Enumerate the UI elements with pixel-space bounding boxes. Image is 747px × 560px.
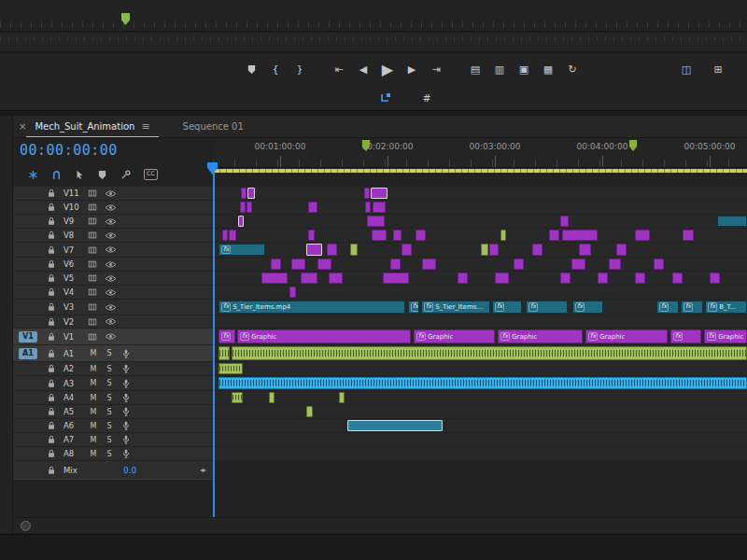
timeline-clip[interactable]: fxB_T... <box>705 301 747 314</box>
mute-button[interactable]: M <box>88 408 99 416</box>
tab-sequence-01[interactable]: Sequence 01 <box>183 121 244 132</box>
source-patch-a3[interactable] <box>19 378 37 389</box>
timeline-clip[interactable]: fx <box>218 244 265 256</box>
timeline-clip[interactable] <box>560 216 569 227</box>
timeline-clip[interactable]: fx <box>670 329 701 343</box>
track-name-v8[interactable]: V8 <box>63 231 86 240</box>
timeline-clip[interactable] <box>372 230 387 241</box>
toggle-track-output-icon[interactable] <box>105 189 117 198</box>
source-patch-v5[interactable] <box>19 273 37 284</box>
timeline-clip[interactable] <box>289 287 296 298</box>
source-patch-a5[interactable] <box>19 406 37 417</box>
sync-lock-icon[interactable] <box>88 231 97 240</box>
track-name-v2[interactable]: V2 <box>63 317 86 327</box>
timeline-clip[interactable] <box>458 273 468 284</box>
export-frame-button[interactable]: ▣ <box>512 61 536 79</box>
step-back-button[interactable]: ◀ <box>351 61 375 79</box>
toggle-track-output-icon[interactable] <box>105 203 117 212</box>
timeline-clip[interactable] <box>306 406 313 417</box>
track-name-v9[interactable]: V9 <box>63 217 86 226</box>
timeline-clip[interactable] <box>247 202 252 213</box>
timeline-clip[interactable]: fx <box>572 301 603 314</box>
timeline-clip[interactable] <box>232 346 747 360</box>
timeline-clip[interactable] <box>560 273 571 284</box>
source-patch-v2[interactable] <box>19 316 37 328</box>
timeline-clip[interactable] <box>222 230 228 241</box>
mark-out-button[interactable]: } <box>288 61 312 79</box>
timeline-clip[interactable] <box>371 188 388 199</box>
mute-button[interactable]: M <box>88 379 99 387</box>
toggle-track-output-icon[interactable] <box>105 245 117 254</box>
timeline-clip[interactable] <box>500 230 506 241</box>
timeline-clip[interactable] <box>367 216 385 227</box>
track-lock-icon[interactable] <box>47 407 56 416</box>
track-lock-icon[interactable] <box>47 435 56 444</box>
track-name-mix[interactable]: Mix <box>63 466 86 475</box>
track-lock-icon[interactable] <box>47 332 56 342</box>
play-button[interactable]: ▶ <box>375 61 400 79</box>
timeline-clip[interactable]: fx <box>681 301 703 314</box>
sync-lock-icon[interactable] <box>88 245 97 255</box>
toggle-track-output-icon[interactable] <box>105 332 117 341</box>
timeline-clip[interactable] <box>308 230 315 241</box>
timeline-clip[interactable] <box>717 216 747 227</box>
timeline-clip[interactable]: fxGraphic <box>585 329 668 343</box>
source-patch-v9[interactable] <box>19 216 37 227</box>
track-lock-icon[interactable] <box>47 273 56 283</box>
track-lock-icon[interactable] <box>47 349 56 358</box>
timeline-clip[interactable] <box>654 259 664 270</box>
playhead-line[interactable] <box>213 166 215 517</box>
horizontal-scrollbar[interactable] <box>13 517 747 534</box>
timeline-clip[interactable] <box>308 202 317 213</box>
source-patch-v4[interactable] <box>19 287 37 298</box>
snap-toggle[interactable] <box>51 170 62 180</box>
timeline-clip[interactable] <box>481 244 488 256</box>
mute-button[interactable]: M <box>88 436 99 444</box>
sync-lock-icon[interactable] <box>88 259 97 269</box>
track-lock-icon[interactable] <box>47 287 56 297</box>
mute-button[interactable]: M <box>88 349 99 357</box>
timeline-clip[interactable] <box>514 259 524 270</box>
track-name-a3[interactable]: A3 <box>63 379 86 388</box>
timeline-clip[interactable] <box>247 188 255 199</box>
timeline-clip[interactable] <box>635 230 650 241</box>
timeline-clip[interactable]: fxGraphic <box>704 329 747 343</box>
timeline-clip[interactable] <box>609 259 621 270</box>
solo-button[interactable]: S <box>104 436 115 444</box>
timeline-clip[interactable] <box>364 188 370 199</box>
toggle-track-output-icon[interactable] <box>105 274 117 283</box>
add-marker-button[interactable] <box>97 170 107 180</box>
timeline-clip[interactable] <box>373 202 386 213</box>
solo-button[interactable]: S <box>104 394 115 402</box>
track-lock-icon[interactable] <box>47 317 56 327</box>
track-name-a2[interactable]: A2 <box>63 364 86 373</box>
nest-toggle[interactable] <box>28 170 38 180</box>
sync-lock-icon[interactable] <box>88 317 97 327</box>
timeline-clip[interactable]: fxGraphic <box>414 329 495 343</box>
timeline-clip[interactable]: fxS_Tier_Items.mp4 <box>218 301 405 314</box>
track-lock-icon[interactable] <box>47 466 56 475</box>
timeline-clip[interactable] <box>390 259 401 270</box>
source-patch-a7[interactable] <box>19 434 37 445</box>
track-lock-icon[interactable] <box>47 217 56 226</box>
extract-button[interactable]: ▥ <box>487 61 512 79</box>
timeline-clip[interactable] <box>238 216 244 227</box>
track-name-a8[interactable]: A8 <box>63 449 86 458</box>
track-name-v4[interactable]: V4 <box>63 287 86 297</box>
proxies-toggle-button[interactable]: ◫ <box>674 61 698 79</box>
solo-button[interactable]: S <box>104 450 115 458</box>
linked-selection-toggle[interactable] <box>75 170 84 179</box>
timeline-clip[interactable] <box>301 273 317 284</box>
toggle-track-output-icon[interactable] <box>105 317 117 326</box>
track-lock-icon[interactable] <box>47 245 56 255</box>
timeline-clip[interactable] <box>683 230 694 241</box>
source-patch-a4[interactable] <box>19 392 37 403</box>
insert-button[interactable] <box>374 89 398 107</box>
track-lock-icon[interactable] <box>47 203 56 212</box>
source-patch-v3[interactable] <box>19 301 37 313</box>
source-patch-a1[interactable]: A1 <box>19 348 37 359</box>
timeline-clip[interactable] <box>422 259 436 270</box>
timeline-clip[interactable]: fx <box>656 301 679 314</box>
timeline-clip[interactable] <box>365 202 371 213</box>
timeline-clip[interactable] <box>635 273 645 284</box>
